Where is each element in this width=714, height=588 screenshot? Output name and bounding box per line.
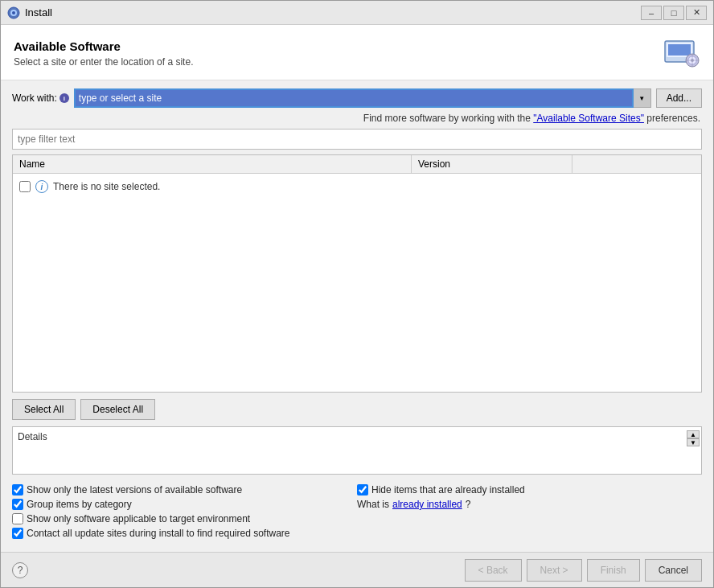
contact-update-sites-checkbox[interactable] bbox=[12, 528, 23, 539]
name-column-header: Name bbox=[13, 155, 412, 173]
options-row-1: Show only the latest versions of availab… bbox=[12, 484, 702, 495]
row-checkbox[interactable] bbox=[19, 181, 31, 192]
hide-installed-label: Hide items that are already installed bbox=[371, 484, 525, 495]
next-button[interactable]: Next > bbox=[527, 559, 582, 582]
find-more-prefix: Find more software by working with the bbox=[363, 113, 533, 124]
options-row-2: Group items by category What is already … bbox=[12, 499, 702, 510]
title-bar: Install – □ ✕ bbox=[1, 1, 713, 25]
footer-buttons: < Back Next > Finish Cancel bbox=[465, 559, 702, 582]
site-input-wrapper: ▼ bbox=[74, 88, 651, 108]
page-title: Available Software bbox=[14, 39, 193, 53]
dropdown-arrow-button[interactable]: ▼ bbox=[634, 88, 651, 108]
selection-buttons-row: Select All Deselect All bbox=[12, 397, 702, 421]
show-latest-checkbox[interactable] bbox=[12, 484, 23, 495]
hide-installed-option: Hide items that are already installed bbox=[357, 484, 702, 495]
table-body: i There is no site selected. bbox=[13, 174, 701, 392]
what-is-installed-option: What is already installed ? bbox=[357, 499, 702, 510]
group-by-category-checkbox[interactable] bbox=[12, 499, 23, 510]
cancel-button[interactable]: Cancel bbox=[645, 559, 702, 582]
select-all-button[interactable]: Select All bbox=[12, 399, 76, 420]
contact-update-sites-label: Contact all update sites during install … bbox=[27, 528, 290, 539]
details-label: Details bbox=[18, 431, 47, 442]
version-column-header: Version bbox=[412, 155, 572, 173]
scroll-up-button[interactable]: ▲ bbox=[687, 430, 700, 438]
scroll-down-button[interactable]: ▼ bbox=[687, 438, 700, 446]
options-area: Show only the latest versions of availab… bbox=[12, 479, 702, 544]
contact-update-sites-option: Contact all update sites during install … bbox=[12, 528, 702, 539]
site-input[interactable] bbox=[74, 88, 634, 108]
close-button[interactable]: ✕ bbox=[686, 6, 707, 20]
show-applicable-checkbox[interactable] bbox=[12, 513, 23, 524]
what-is-installed-suffix: ? bbox=[466, 499, 471, 510]
find-more-row: Find more software by working with the "… bbox=[12, 113, 702, 124]
add-button[interactable]: Add... bbox=[656, 88, 702, 108]
page-subtitle: Select a site or enter the location of a… bbox=[14, 56, 193, 68]
content-area: Work with: i ▼ Add... Find more software… bbox=[1, 80, 713, 552]
show-latest-option: Show only the latest versions of availab… bbox=[12, 484, 357, 495]
available-software-sites-link[interactable]: "Available Software Sites" bbox=[533, 113, 644, 124]
footer-left: ? bbox=[12, 562, 28, 578]
scroll-arrows: ▲ ▼ bbox=[687, 430, 700, 446]
maximize-button[interactable]: □ bbox=[663, 6, 684, 20]
filter-input[interactable] bbox=[12, 129, 702, 150]
what-is-installed-prefix: What is bbox=[357, 499, 389, 510]
show-latest-label: Show only the latest versions of availab… bbox=[27, 484, 242, 495]
group-by-category-option: Group items by category bbox=[12, 499, 357, 510]
show-applicable-option: Show only software applicable to target … bbox=[12, 513, 702, 524]
install-window: Install – □ ✕ Available Software Select … bbox=[0, 0, 714, 588]
hide-installed-checkbox[interactable] bbox=[357, 484, 368, 495]
info-icon: i bbox=[35, 180, 48, 193]
filter-row bbox=[12, 129, 702, 150]
no-site-message: There is no site selected. bbox=[53, 181, 160, 192]
details-section: Details ▲ ▼ bbox=[12, 426, 702, 475]
minimize-button[interactable]: – bbox=[641, 6, 662, 20]
options-row-3: Show only software applicable to target … bbox=[12, 513, 702, 524]
table-header: Name Version bbox=[13, 155, 701, 174]
work-with-row: Work with: i ▼ Add... bbox=[12, 88, 702, 108]
header-text: Available Software Select a site or ente… bbox=[14, 39, 193, 68]
svg-point-2 bbox=[12, 11, 15, 14]
work-with-help-icon: i bbox=[60, 93, 69, 103]
spacer-column bbox=[572, 155, 701, 173]
find-more-suffix: preferences. bbox=[646, 113, 700, 124]
work-with-label: Work with: i bbox=[12, 93, 69, 104]
header-icon bbox=[662, 36, 700, 70]
show-applicable-label: Show only software applicable to target … bbox=[27, 513, 250, 524]
options-row-4: Contact all update sites during install … bbox=[12, 528, 702, 539]
back-button[interactable]: < Back bbox=[465, 559, 522, 582]
already-installed-link[interactable]: already installed bbox=[392, 499, 462, 510]
window-controls: – □ ✕ bbox=[641, 6, 707, 20]
finish-button[interactable]: Finish bbox=[587, 559, 640, 582]
help-button[interactable]: ? bbox=[12, 562, 28, 578]
deselect-all-button[interactable]: Deselect All bbox=[80, 399, 155, 420]
table-row: i There is no site selected. bbox=[13, 177, 701, 196]
window-icon bbox=[7, 6, 20, 19]
footer: ? < Back Next > Finish Cancel bbox=[1, 552, 713, 587]
header-area: Available Software Select a site or ente… bbox=[1, 25, 713, 80]
svg-rect-5 bbox=[668, 44, 691, 56]
software-table: Name Version i There is no site selected… bbox=[12, 154, 702, 393]
window-title: Install bbox=[25, 6, 641, 19]
group-by-category-label: Group items by category bbox=[27, 499, 132, 510]
